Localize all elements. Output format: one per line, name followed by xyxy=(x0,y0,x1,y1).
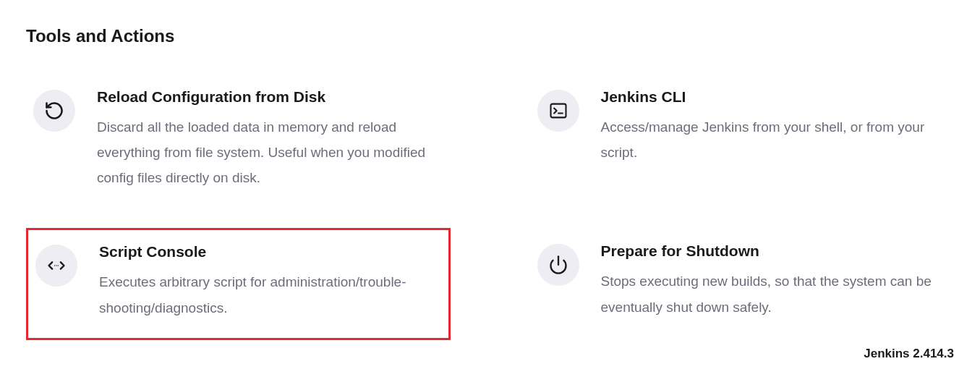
power-icon xyxy=(537,244,579,286)
svg-point-4 xyxy=(58,266,59,266)
card-reload-configuration[interactable]: Reload Configuration from Disk Discard a… xyxy=(26,82,451,200)
card-desc: Access/manage Jenkins from your shell, o… xyxy=(601,114,947,165)
card-title: Script Console xyxy=(99,243,441,260)
jenkins-version: Jenkins 2.414.3 xyxy=(864,347,954,361)
cards-grid: Reload Configuration from Disk Discard a… xyxy=(26,82,954,340)
svg-point-2 xyxy=(54,266,55,266)
svg-rect-0 xyxy=(550,104,566,118)
card-jenkins-cli[interactable]: Jenkins CLI Access/manage Jenkins from y… xyxy=(530,82,955,200)
card-desc: Discard all the loaded data in memory an… xyxy=(97,114,443,190)
svg-point-3 xyxy=(56,266,56,266)
card-desc: Executes arbitrary script for administra… xyxy=(99,269,441,320)
card-desc: Stops executing new builds, so that the … xyxy=(601,268,947,319)
card-title: Prepare for Shutdown xyxy=(601,242,947,260)
terminal-icon xyxy=(537,90,579,132)
card-script-console[interactable]: Script Console Executes arbitrary script… xyxy=(26,228,451,339)
code-icon xyxy=(35,245,77,287)
card-prepare-shutdown[interactable]: Prepare for Shutdown Stops executing new… xyxy=(530,237,955,339)
card-title: Reload Configuration from Disk xyxy=(97,88,443,106)
card-title: Jenkins CLI xyxy=(601,88,947,106)
section-title: Tools and Actions xyxy=(26,26,954,46)
reload-icon xyxy=(33,90,75,132)
